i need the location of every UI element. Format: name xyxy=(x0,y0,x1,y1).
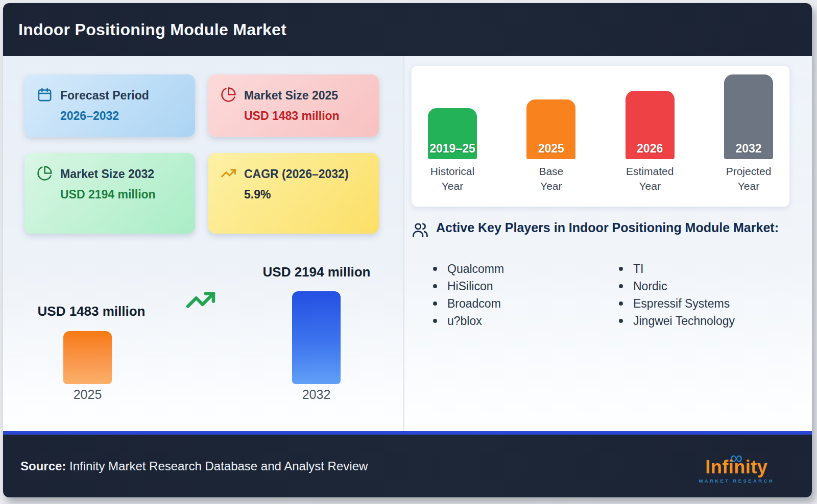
bullet-icon xyxy=(619,301,623,306)
users-icon xyxy=(412,221,429,241)
timeline-item-base: 2025 Base Year xyxy=(526,73,575,193)
header: Indoor Positioning Module Market xyxy=(3,3,812,56)
timeline-barbox: 2019–25 xyxy=(428,73,477,159)
bar-2032 xyxy=(292,291,341,384)
key-player-name: Broadcom xyxy=(447,297,501,311)
info-card-label: Market Size 2025 xyxy=(244,89,338,102)
bar-2025 xyxy=(63,331,112,384)
info-card-cagr: CAGR (2026–2032) 5.9% xyxy=(208,153,379,234)
info-card-label: CAGR (2026–2032) xyxy=(244,167,349,181)
timeline-bar-year: 2025 xyxy=(526,142,575,156)
timeline-category-line1: Projected xyxy=(726,164,772,179)
timeline-category-line2: Year xyxy=(726,179,772,193)
key-player-name: HiSilicon xyxy=(447,280,493,293)
info-card-label: Forecast Period xyxy=(60,89,149,102)
logo-subtitle: MARKET RESEARCH xyxy=(699,478,774,484)
key-player-item: TI xyxy=(619,260,735,278)
timeline-category-line1: Historical xyxy=(430,164,474,179)
bullet-icon xyxy=(619,319,623,323)
bullet-icon xyxy=(619,267,623,271)
infographic-frame: Indoor Positioning Module Market Forecas… xyxy=(3,3,812,497)
timeline-card: 2019–25 Historical Year 2025 xyxy=(411,65,790,207)
info-card-value: 2026–2032 xyxy=(60,106,149,127)
timeline-bar-estimated: 2026 xyxy=(626,91,675,159)
timeline-category-label: Estimated Year xyxy=(626,164,674,193)
bullet-icon xyxy=(433,301,437,306)
key-player-item: Jingwei Technology xyxy=(619,312,735,330)
timeline-category-line2: Year xyxy=(539,179,563,193)
source-label: Source: xyxy=(20,459,66,473)
timeline-category-label: Projected Year xyxy=(726,164,772,193)
timeline-bar-year: 2019–25 xyxy=(428,142,477,156)
info-card-text: Market Size 2025 USD 1483 million xyxy=(244,86,340,126)
timeline-category-label: Base Year xyxy=(539,164,563,193)
timeline-bar-projected: 2032 xyxy=(724,74,773,159)
bullet-icon xyxy=(433,284,437,288)
key-players-list-right: TI Nordic Espressif Systems Jingwei Tech… xyxy=(619,260,735,330)
info-card-text: CAGR (2026–2032) 5.9% xyxy=(244,164,349,205)
info-card-market-size-2025: Market Size 2025 USD 1483 million xyxy=(208,74,379,137)
key-player-name: Jingwei Technology xyxy=(633,314,735,328)
right-panel: 2019–25 Historical Year 2025 xyxy=(404,56,812,431)
bullet-icon xyxy=(619,284,623,288)
timeline-item-projected: 2032 Projected Year xyxy=(724,73,773,193)
timeline-barbox: 2032 xyxy=(724,73,773,159)
trending-up-icon xyxy=(221,165,236,183)
source-text: Source: Infinity Market Research Databas… xyxy=(20,459,368,473)
key-players-heading: Active Key Players in Indoor Positioning… xyxy=(412,219,792,241)
footer: Source: Infinity Market Research Databas… xyxy=(3,435,812,497)
bar-axis-label-2025: 2025 xyxy=(63,387,112,402)
infinity-logo: ∞ Infinity MARKET RESEARCH xyxy=(699,449,774,484)
logo-wordmark: Infinity xyxy=(699,458,774,476)
key-player-item: Espressif Systems xyxy=(619,295,735,312)
key-players-list-left: Qualcomm HiSilicon Broadcom u?blox xyxy=(433,260,504,330)
timeline-barbox: 2026 xyxy=(626,73,675,159)
pie-chart-icon xyxy=(221,87,236,105)
timeline-bar-base: 2025 xyxy=(526,99,575,159)
timeline-item-historical: 2019–25 Historical Year xyxy=(428,73,477,193)
info-card-value: USD 2194 million xyxy=(60,185,156,205)
timeline-bar-year: 2026 xyxy=(626,142,675,156)
key-player-item: Qualcomm xyxy=(433,260,504,278)
info-card-label: Market Size 2032 xyxy=(60,167,154,181)
page-title: Indoor Positioning Module Market xyxy=(18,20,286,39)
key-player-item: HiSilicon xyxy=(433,278,504,295)
key-player-item: Broadcom xyxy=(433,295,504,312)
info-card-forecast-period: Forecast Period 2026–2032 xyxy=(25,74,195,137)
footer-accent-line xyxy=(3,431,812,435)
key-player-name: u?blox xyxy=(447,314,482,328)
timeline-bar-historical: 2019–25 xyxy=(428,108,477,159)
timeline-item-estimated: 2026 Estimated Year xyxy=(626,73,675,193)
key-players-title: Active Key Players in Indoor Positioning… xyxy=(436,219,779,241)
bar-value-label-2025: USD 1483 million xyxy=(28,304,155,319)
trending-up-arrow-icon xyxy=(183,285,219,317)
timeline-barbox: 2025 xyxy=(526,73,575,159)
pie-chart-icon xyxy=(37,165,53,183)
content: Forecast Period 2026–2032 Market Size 20… xyxy=(3,56,812,431)
bullet-icon xyxy=(433,267,437,271)
timeline-category-line2: Year xyxy=(430,179,474,193)
bar-value-label-2032: USD 2194 million xyxy=(255,264,378,280)
info-card-value: 5.9% xyxy=(244,185,349,205)
info-card-market-size-2032: Market Size 2032 USD 2194 million xyxy=(25,153,195,234)
info-card-value: USD 1483 million xyxy=(244,106,340,127)
info-card-text: Market Size 2032 USD 2194 million xyxy=(60,164,156,205)
calendar-icon xyxy=(37,87,53,105)
timeline-category-label: Historical Year xyxy=(430,164,474,193)
timeline-category-line1: Base xyxy=(539,164,563,179)
key-player-name: Nordic xyxy=(633,280,667,293)
key-player-name: Qualcomm xyxy=(447,262,504,276)
bullet-icon xyxy=(433,319,437,323)
left-panel: Forecast Period 2026–2032 Market Size 20… xyxy=(3,56,404,431)
key-player-name: Espressif Systems xyxy=(633,297,730,311)
timeline-bar-year: 2032 xyxy=(724,142,773,156)
key-player-name: TI xyxy=(633,262,643,276)
info-card-text: Forecast Period 2026–2032 xyxy=(60,86,149,126)
key-player-item: u?blox xyxy=(433,312,504,330)
timeline-category-line1: Estimated xyxy=(626,164,674,179)
key-player-item: Nordic xyxy=(619,278,735,295)
source-value: Infinity Market Research Database and An… xyxy=(66,459,368,473)
timeline-category-line2: Year xyxy=(626,179,674,193)
bar-axis-label-2032: 2032 xyxy=(292,387,341,402)
